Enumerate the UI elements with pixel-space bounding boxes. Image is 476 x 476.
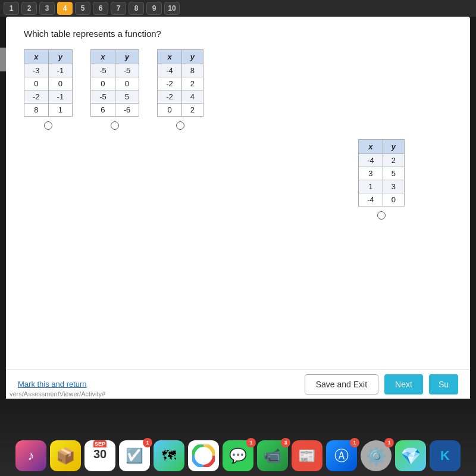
submit-button[interactable]: Su <box>429 374 458 394</box>
dock-maps-icon[interactable]: 🗺 <box>154 440 184 471</box>
mark-return-link[interactable]: Mark this and return <box>18 380 87 389</box>
table-row: -42 <box>359 154 405 167</box>
table-row: -2-1 <box>24 90 73 104</box>
nav-btn-7[interactable]: 7 <box>111 2 126 15</box>
dock-kodi-icon[interactable]: K <box>430 440 461 471</box>
table-row: 81 <box>24 104 73 117</box>
gear-icon: ⚙️ <box>366 446 387 466</box>
appstore-icon: Ⓐ <box>334 446 349 465</box>
sims-icon: 💎 <box>400 446 421 466</box>
dock-calendar-icon[interactable]: SEP 30 <box>84 440 115 471</box>
music-note-icon: ♪ <box>28 448 35 464</box>
assessment-window: Which table represents a function? x y -… <box>6 17 470 399</box>
radio-option-b[interactable] <box>111 121 119 130</box>
table-row: -48 <box>158 64 203 77</box>
news-icon: 📰 <box>298 447 316 464</box>
table-option-d: x y -42 35 13 -40 <box>358 139 405 220</box>
dock-system-pref-icon[interactable]: ⚙️ 1 <box>361 440 392 471</box>
table-c-header-x: x <box>158 50 182 64</box>
dock-music-icon[interactable]: ♪ <box>15 440 46 471</box>
table-row: 13 <box>359 180 405 193</box>
table-a-header-y: y <box>48 50 73 64</box>
dock-facetime-icon[interactable]: 📹 3 <box>257 440 288 471</box>
table-row: -22 <box>158 77 203 90</box>
nav-btn-1[interactable]: 1 <box>4 2 19 15</box>
calendar-day: 30 <box>93 447 107 461</box>
table-option-b: x y -5-5 00 -55 6-6 <box>90 49 139 130</box>
tables-row-1: x y -3-1 00 -2-1 81 x y <box>24 49 452 130</box>
table-d: x y -42 35 13 -40 <box>358 139 405 206</box>
reminders-icon: ☑️ <box>126 447 143 464</box>
table-d-header-x: x <box>359 140 383 154</box>
bottom-buttons: Save and Exit Next Su <box>305 374 458 394</box>
table-d-header-y: y <box>383 140 404 154</box>
table-a-header-x: x <box>24 50 49 64</box>
dock-sims-icon[interactable]: 💎 <box>395 440 426 471</box>
url-bar: vers/AssessmentViewer/Activity# <box>6 389 109 399</box>
nav-btn-3[interactable]: 3 <box>39 2 55 15</box>
dock-reminders-icon[interactable]: ☑️ 1 <box>119 440 150 471</box>
system-badge: 1 <box>384 438 394 447</box>
table-row: -5-5 <box>91 64 139 77</box>
reminders-badge: 1 <box>143 438 152 447</box>
tables-row-2: x y -42 35 13 -40 <box>24 139 452 220</box>
dock-photos-icon[interactable] <box>188 440 219 471</box>
table-row: -24 <box>158 90 203 104</box>
table-c: x y -48 -22 -24 02 <box>157 49 203 117</box>
table-b: x y -5-5 00 -55 6-6 <box>90 49 139 117</box>
table-b-header-y: y <box>115 50 139 64</box>
nav-btn-9[interactable]: 9 <box>146 2 162 15</box>
table-row: 00 <box>91 77 139 90</box>
dock: ♪ 📦 SEP 30 ☑️ 1 🗺 💬 1 📹 3 <box>0 399 476 476</box>
table-row: 00 <box>24 77 73 90</box>
radio-option-a[interactable] <box>44 121 52 130</box>
table-a: x y -3-1 00 -2-1 81 <box>24 49 73 117</box>
question-nav: 1 2 3 4 5 6 7 8 9 10 <box>0 0 476 17</box>
kodi-icon: K <box>440 448 450 464</box>
appstore-badge: 1 <box>350 438 359 447</box>
messages-badge: 1 <box>246 438 256 447</box>
facetime-badge: 3 <box>281 438 290 447</box>
dock-appstore-icon[interactable]: Ⓐ 1 <box>326 440 357 471</box>
table-row: 35 <box>359 167 405 180</box>
dock-messages-icon[interactable]: 💬 1 <box>223 440 253 471</box>
calendar-month: SEP <box>93 440 107 447</box>
calendar-display: SEP 30 <box>93 440 107 461</box>
nav-btn-8[interactable]: 8 <box>129 2 144 15</box>
radio-option-c[interactable] <box>176 121 184 130</box>
table-row: -40 <box>359 193 405 206</box>
nav-btn-2[interactable]: 2 <box>21 2 37 15</box>
question-text: Which table represents a function? <box>24 29 452 39</box>
table-row: 6-6 <box>91 104 139 117</box>
nav-btn-4[interactable]: 4 <box>57 2 73 15</box>
table-row: -55 <box>91 90 139 104</box>
table-option-a: x y -3-1 00 -2-1 81 <box>24 49 73 130</box>
photos-icon <box>192 444 215 467</box>
dock-notes-icon[interactable]: 📦 <box>50 440 81 471</box>
dock-news-icon[interactable]: 📰 <box>292 440 322 471</box>
notes-icon: 📦 <box>56 447 75 465</box>
table-row: 02 <box>158 104 203 117</box>
nav-btn-5[interactable]: 5 <box>75 2 90 15</box>
nav-btn-10[interactable]: 10 <box>164 2 180 15</box>
table-row: -3-1 <box>24 64 73 77</box>
facetime-icon: 📹 <box>264 447 281 464</box>
table-b-header-x: x <box>91 50 115 64</box>
radio-option-d[interactable] <box>377 211 386 220</box>
save-exit-button[interactable]: Save and Exit <box>305 374 378 394</box>
table-c-header-y: y <box>181 50 203 64</box>
maps-icon: 🗺 <box>162 447 176 464</box>
nav-btn-6[interactable]: 6 <box>93 2 108 15</box>
messages-icon: 💬 <box>229 447 247 464</box>
next-button[interactable]: Next <box>384 374 423 394</box>
table-option-c: x y -48 -22 -24 02 <box>157 49 203 130</box>
